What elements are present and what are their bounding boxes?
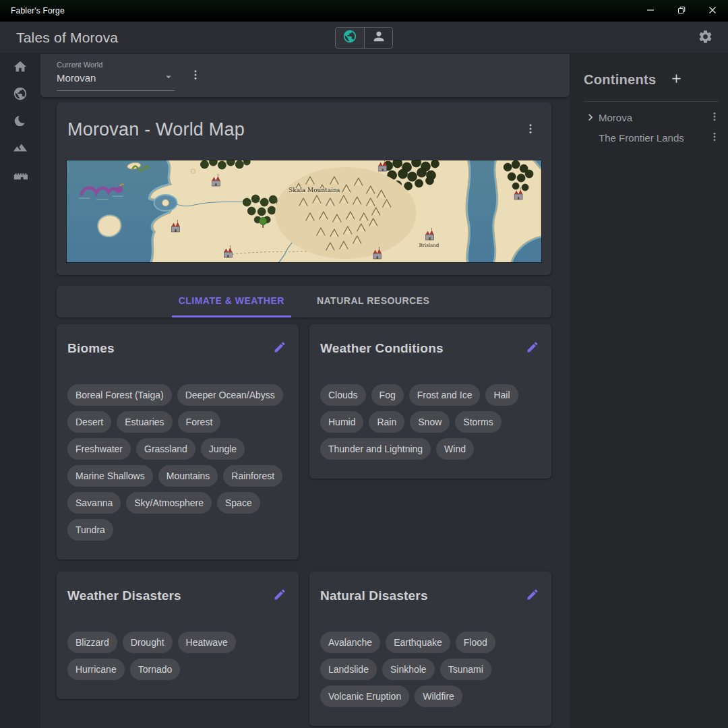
weather-conditions-card: Weather Conditions CloudsFogFrost and Ic… — [309, 324, 551, 479]
climate-sections-grid: Biomes Boreal Forest (Taiga)Deeper Ocean… — [57, 324, 551, 726]
world-menu-button[interactable] — [187, 66, 204, 86]
current-world-bar: Current World Morovan — [40, 54, 570, 97]
world-icon — [13, 93, 28, 103]
add-continent-button[interactable] — [668, 70, 685, 89]
chip-sky-atmosphere: Sky/Atmosphere — [126, 492, 212, 514]
sidebar-item-world[interactable] — [13, 86, 28, 102]
chip-sinkhole: Sinkhole — [382, 659, 435, 680]
chip-frost-and-ice: Frost and Ice — [409, 384, 481, 406]
kebab-icon — [709, 134, 720, 144]
settings-button[interactable] — [698, 29, 713, 47]
chip-marine-shallows: Marine Shallows — [67, 465, 153, 487]
chip-volcanic-eruption: Volcanic Eruption — [320, 686, 409, 707]
chip-humid: Humid — [320, 411, 363, 433]
map-card-title: Morovan - World Map — [67, 119, 245, 140]
chevron-down-icon — [162, 71, 175, 86]
chip-jungle: Jungle — [201, 438, 245, 460]
pencil-icon — [526, 346, 539, 356]
biomes-edit-button[interactable] — [272, 339, 288, 357]
natural-disasters-edit-button[interactable] — [524, 586, 541, 605]
panel-divider — [584, 101, 719, 102]
mountain-icon — [13, 147, 28, 157]
pencil-icon — [273, 346, 286, 356]
sidebar-item-castle[interactable] — [13, 167, 28, 183]
tab-climate-weather[interactable]: CLIMATE & WEATHER — [172, 286, 291, 317]
chip-avalanche: Avalanche — [320, 632, 380, 653]
kebab-icon — [709, 114, 720, 124]
chip-wind: Wind — [436, 438, 474, 460]
minimize-button[interactable] — [635, 0, 666, 22]
continent-menu-button[interactable] — [709, 130, 720, 146]
chip-tundra: Tundra — [67, 519, 113, 541]
chip-deeper-ocean-abyss: Deeper Ocean/Abyss — [177, 384, 283, 406]
chip-blizzard: Blizzard — [67, 632, 117, 653]
biomes-card: Biomes Boreal Forest (Taiga)Deeper Ocean… — [57, 324, 299, 559]
chip-rainforest: Rainforest — [223, 465, 282, 487]
pencil-icon — [273, 593, 286, 603]
window-controls — [635, 0, 728, 22]
natural-disasters-card: Natural Disasters AvalancheEarthquakeFlo… — [309, 572, 551, 726]
chevron-right-icon[interactable] — [584, 111, 597, 124]
world-view-toggle[interactable] — [336, 28, 364, 48]
pencil-icon — [526, 593, 539, 603]
globe-icon — [342, 29, 357, 46]
window-title: Fabler's Forge — [0, 6, 65, 16]
natural-disasters-title: Natural Disasters — [320, 588, 428, 603]
continents-panel: Continents Morova The Frontier Lands — [570, 54, 728, 728]
chip-landslide: Landslide — [320, 659, 377, 680]
continent-item-morova[interactable]: Morova — [584, 107, 720, 127]
weather-conditions-chip-list: CloudsFogFrost and IceHailHumidRainSnowS… — [320, 384, 541, 460]
chip-tornado: Tornado — [130, 659, 181, 680]
chip-storms: Storms — [455, 411, 501, 433]
restore-button[interactable] — [666, 0, 697, 22]
character-view-toggle[interactable] — [364, 28, 392, 48]
chip-desert: Desert — [67, 411, 111, 433]
home-icon — [13, 66, 28, 76]
map-menu-button[interactable] — [522, 120, 539, 140]
sidebar-item-night[interactable] — [13, 113, 28, 129]
close-button[interactable] — [697, 0, 728, 22]
current-world-label: Current World — [57, 61, 175, 69]
chip-mountains: Mountains — [158, 465, 218, 487]
plus-icon — [669, 78, 684, 88]
weather-conditions-edit-button[interactable] — [524, 339, 541, 357]
gear-icon — [698, 36, 713, 47]
chevron-spacer — [584, 131, 597, 144]
continents-title: Continents — [584, 72, 656, 88]
current-world-value: Morovan — [57, 72, 96, 84]
continent-item-frontier-lands[interactable]: The Frontier Lands — [584, 127, 720, 148]
castle-icon — [13, 174, 28, 184]
chip-freshwater: Freshwater — [67, 438, 131, 460]
weather-disasters-edit-button[interactable] — [272, 586, 288, 605]
continent-label: Morova — [599, 112, 709, 123]
current-world-select[interactable]: Current World Morovan — [57, 61, 175, 91]
continent-label: The Frontier Lands — [599, 132, 709, 144]
world-map-card: Morovan - World Map — [57, 102, 551, 275]
chip-heatwave: Heatwave — [178, 632, 236, 653]
biomes-chip-list: Boreal Forest (Taiga)Deeper Ocean/AbyssD… — [67, 384, 288, 541]
tab-natural-resources[interactable]: NATURAL RESOURCES — [310, 286, 436, 317]
chip-grassland: Grassland — [136, 438, 195, 460]
chip-thunder-and-lightning: Thunder and Lightning — [320, 438, 431, 460]
world-map-image[interactable]: Skala Mountains Brisland — [66, 160, 542, 263]
kebab-icon — [189, 73, 202, 83]
natural-disasters-chip-list: AvalancheEarthquakeFloodLandslideSinkhol… — [320, 632, 541, 707]
sidebar-item-terrain[interactable] — [13, 140, 28, 156]
chip-earthquake: Earthquake — [386, 632, 450, 653]
os-titlebar: Fabler's Forge — [0, 0, 728, 22]
close-icon — [708, 6, 717, 16]
moon-icon — [13, 120, 28, 130]
sidebar-item-home[interactable] — [13, 59, 28, 75]
restore-icon — [677, 6, 686, 16]
biomes-title: Biomes — [67, 341, 115, 356]
person-icon — [371, 29, 386, 46]
map-label-city: Brisland — [419, 243, 439, 248]
chip-snow: Snow — [410, 411, 450, 433]
chip-drought: Drought — [123, 632, 173, 653]
chip-wildfire: Wildfire — [415, 686, 462, 707]
chip-flood: Flood — [456, 632, 495, 653]
chip-estuaries: Estuaries — [117, 411, 172, 433]
map-label-mountains: Skala Mountains — [289, 187, 340, 193]
continent-menu-button[interactable] — [709, 110, 720, 125]
weather-conditions-title: Weather Conditions — [320, 341, 444, 356]
